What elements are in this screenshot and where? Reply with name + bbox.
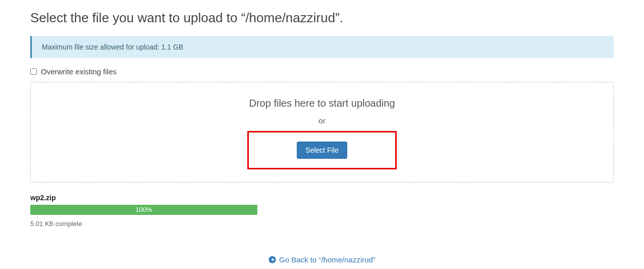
go-back-row: Go Back to “/home/nazzirud” xyxy=(30,255,614,265)
dropzone-or-text: or xyxy=(41,116,603,125)
overwrite-label: Overwrite existing files xyxy=(41,67,117,76)
highlight-annotation: Select File xyxy=(247,131,396,169)
upload-filename: wp2.zip xyxy=(30,194,614,202)
page-title: Select the file you want to upload to “/… xyxy=(30,10,614,26)
max-filesize-banner: Maximum file size allowed for upload: 1.… xyxy=(30,36,614,58)
go-back-link[interactable]: Go Back to “/home/nazzirud” xyxy=(269,255,375,264)
overwrite-checkbox[interactable] xyxy=(30,68,37,75)
overwrite-checkbox-row[interactable]: Overwrite existing files xyxy=(30,67,614,76)
file-dropzone[interactable]: Drop files here to start uploading or Se… xyxy=(30,82,614,183)
upload-status-text: 5.01 KB complete xyxy=(30,220,614,228)
upload-progress-bar: 100% xyxy=(30,205,257,215)
go-back-label: Go Back to “/home/nazzirud” xyxy=(279,255,375,264)
select-file-button[interactable]: Select File xyxy=(297,142,347,159)
upload-item: wp2.zip 100% 5.01 KB complete xyxy=(30,194,614,228)
dropzone-heading: Drop files here to start uploading xyxy=(41,98,603,109)
arrow-left-circle-icon xyxy=(269,256,276,263)
